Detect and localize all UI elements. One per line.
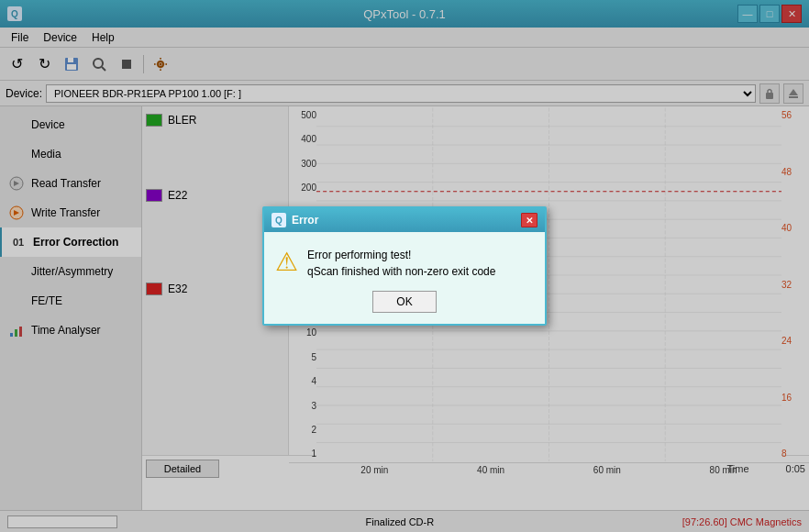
dialog-title: Error — [292, 214, 318, 227]
dialog-title-left: Q Error — [272, 213, 318, 227]
dialog-app-icon: Q — [272, 213, 286, 227]
dialog-close-button[interactable]: ✕ — [521, 213, 537, 227]
dialog-message: Error performing test! qScan finished wi… — [307, 247, 495, 280]
warning-icon: ⚠ — [275, 247, 298, 277]
dialog-buttons: OK — [275, 291, 534, 313]
dialog-body: ⚠ Error performing test! qScan finished … — [264, 232, 545, 324]
dialog-title-bar: Q Error ✕ — [264, 208, 545, 232]
dialog-message-row: ⚠ Error performing test! qScan finished … — [275, 247, 534, 280]
error-dialog: Q Error ✕ ⚠ Error performing test! qScan… — [262, 206, 547, 326]
dialog-overlay: Q Error ✕ ⚠ Error performing test! qScan… — [0, 0, 809, 532]
dialog-message-line2: qScan finished with non-zero exit code — [307, 263, 495, 280]
dialog-message-line1: Error performing test! — [307, 247, 495, 263]
ok-button[interactable]: OK — [372, 291, 437, 313]
